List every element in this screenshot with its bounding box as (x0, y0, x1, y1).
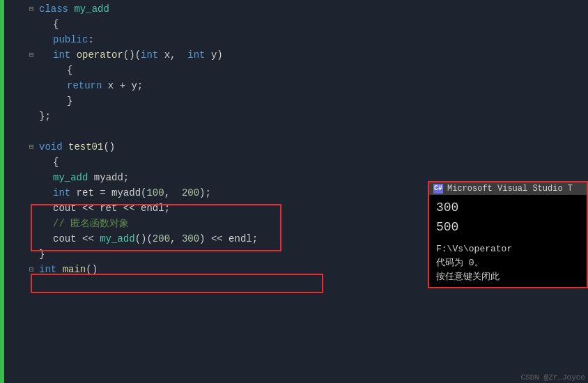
code-line: { (10, 155, 588, 170)
output-header: C# Microsoft Visual Studio T (429, 182, 587, 195)
token: << (77, 231, 100, 247)
token: class (39, 1, 68, 17)
token: () (103, 139, 115, 155)
token: 200 (182, 185, 199, 201)
token: public (53, 32, 88, 47)
token: int (53, 185, 70, 201)
token: cout (53, 201, 77, 216)
token: x, (158, 47, 187, 63)
output-footer: F:\Vs\operator 代码为 0。 按任意键关闭此 (429, 240, 587, 287)
code-line: public: (10, 32, 588, 47)
token: my_add (53, 170, 88, 185)
output-header-text: Microsoft Visual Studio T (447, 184, 573, 194)
code-line: } (10, 93, 588, 109)
token: , (170, 231, 182, 247)
token: void (39, 139, 63, 155)
output-footer-2: 代码为 0。 (436, 256, 580, 270)
token: << ret << endl; (77, 201, 170, 216)
token: myadd; (88, 170, 129, 185)
code-line: { (10, 17, 588, 32)
token: int (187, 47, 205, 63)
token: { (67, 63, 72, 78)
watermark: CSDN @Zr_Joyce (521, 373, 585, 382)
fold-icon[interactable]: ⊟ (29, 1, 38, 17)
code-line (10, 124, 588, 139)
token: ()( (123, 47, 141, 63)
vs-icon: C# (433, 184, 443, 194)
output-footer-1: F:\Vs\operator (436, 242, 580, 256)
token (63, 139, 68, 155)
token: return (67, 78, 102, 93)
token: , (164, 185, 182, 201)
token (70, 47, 76, 63)
token: int (141, 47, 158, 63)
code-line: { (10, 63, 588, 78)
token: test01 (68, 139, 103, 155)
token: y) (206, 47, 223, 63)
token: : (88, 32, 93, 47)
token: ) << endl; (199, 231, 258, 247)
token: // 匿名函数对象 (53, 216, 129, 231)
code-line: }; (10, 109, 588, 124)
output-line-2: 500 (436, 217, 580, 237)
output-content: 300 500 (429, 195, 587, 240)
token: () (86, 262, 98, 277)
token: ); (199, 185, 211, 201)
token (56, 262, 62, 277)
token: operator (77, 47, 123, 63)
token: 200 (153, 231, 170, 247)
code-line: return x + y; (10, 78, 588, 93)
fold-icon[interactable]: ⊟ (29, 139, 38, 155)
token: int (53, 47, 70, 63)
token: 300 (182, 231, 199, 247)
fold-icon[interactable]: ⊟ (29, 47, 38, 63)
token: } (39, 247, 45, 262)
token (68, 1, 74, 17)
output-panel: C# Microsoft Visual Studio T 300 500 F:\… (428, 181, 588, 288)
token: main (63, 262, 86, 277)
token: x + y; (102, 78, 143, 93)
output-line-1: 300 (436, 198, 580, 217)
fold-icon[interactable]: ⊟ (29, 262, 38, 277)
token: ()( (135, 231, 153, 247)
token: }; (39, 109, 51, 124)
token: { (53, 17, 59, 32)
editor-container: ⊟class my_add{public:⊟int operator()(int… (0, 0, 588, 383)
token: my_add (100, 231, 134, 247)
token: cout (53, 231, 77, 247)
token: my_add (74, 1, 109, 17)
code-line: ⊟void test01() (10, 139, 588, 155)
token: { (53, 155, 59, 170)
token: int (39, 262, 56, 277)
token: 100 (146, 185, 164, 201)
code-line: ⊟class my_add (10, 1, 588, 17)
token: ret = myadd( (70, 185, 146, 201)
token: } (67, 93, 72, 109)
code-line: ⊟int operator()(int x, int y) (10, 47, 588, 63)
output-footer-3: 按任意键关闭此 (436, 270, 580, 284)
